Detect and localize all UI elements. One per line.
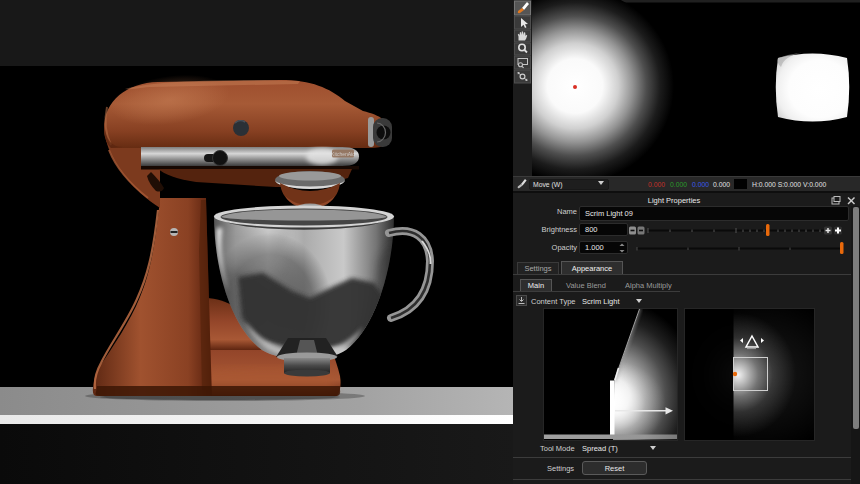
svg-text:KitchenAid: KitchenAid [331, 151, 355, 157]
